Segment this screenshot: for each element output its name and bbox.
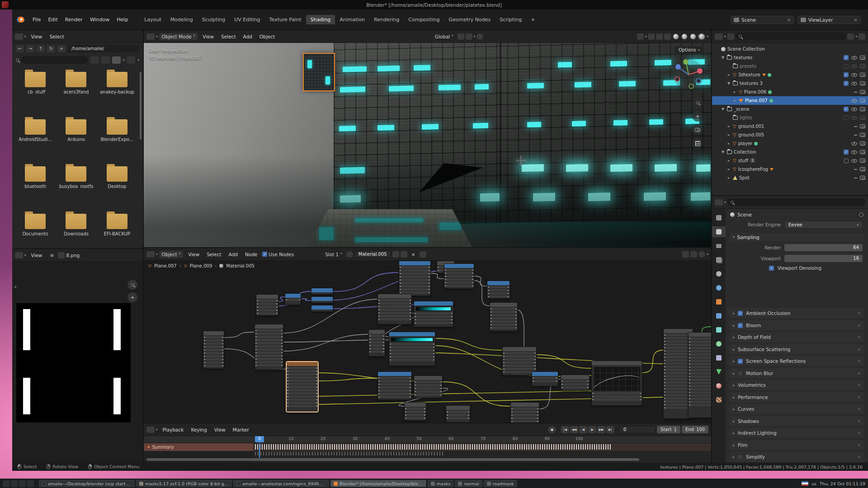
outliner-row[interactable]: ▸▽ground.005 xyxy=(712,131,868,139)
viewport-menu-select[interactable]: Select xyxy=(217,33,239,41)
editor-divider[interactable] xyxy=(711,30,712,463)
section-checkbox[interactable]: ✓ xyxy=(738,359,743,364)
check-toggle-icon[interactable] xyxy=(844,150,849,155)
workspace-tab-geometry-nodes[interactable]: Geometry Nodes xyxy=(444,15,495,24)
cam-toggle-icon[interactable] xyxy=(860,81,865,85)
shader-node[interactable] xyxy=(368,329,385,357)
use-nodes-checkbox[interactable]: ✓ xyxy=(262,252,267,257)
path-field[interactable]: /home/amalie/ xyxy=(68,45,139,52)
filter-button[interactable] xyxy=(127,56,135,64)
cam-toggle-icon[interactable] xyxy=(860,99,865,103)
shader-editor-menu-node[interactable]: Node xyxy=(241,250,261,258)
folder-item[interactable]: EFI-BACKUP xyxy=(97,214,137,249)
fake-user-shield-icon[interactable] xyxy=(392,251,399,258)
section-motion-blur[interactable]: ▸Motion Blur≡ xyxy=(729,368,864,378)
navigation-gizmo[interactable] xyxy=(672,58,705,91)
shader-node[interactable] xyxy=(404,402,426,421)
folder-item[interactable]: anakey-backup xyxy=(97,72,137,107)
playback-jump-to-end-button[interactable]: ▶| xyxy=(606,426,614,433)
shader-node[interactable] xyxy=(487,281,510,299)
up-button[interactable]: ↑ xyxy=(37,45,45,52)
section-subsurface-scattering[interactable]: ▸Subsurface Scattering≡ xyxy=(729,344,864,354)
outliner-row[interactable]: ▸▽3dtexture xyxy=(712,70,868,79)
browse-image-icon[interactable] xyxy=(58,252,65,258)
outliner-row[interactable]: ▼Collection xyxy=(712,148,868,156)
playback-play-button[interactable]: ▶ xyxy=(588,426,596,433)
outliner-row[interactable]: lights xyxy=(712,113,868,122)
properties-tab-physics[interactable] xyxy=(712,338,726,349)
menu-edit[interactable]: Edit xyxy=(44,15,61,24)
folder-item[interactable]: AndroidStudi... xyxy=(15,119,56,154)
eye-toggle-icon[interactable] xyxy=(851,150,857,154)
visibility-icon[interactable] xyxy=(637,33,644,40)
cam-toggle-icon[interactable] xyxy=(860,90,865,94)
file-browser-menu-view[interactable]: View xyxy=(28,33,46,41)
section-checkbox[interactable]: ✓ xyxy=(738,323,743,328)
playback-previous-keyframe-button[interactable]: ◀◀ xyxy=(570,426,578,433)
menu-file[interactable]: File xyxy=(29,15,44,24)
folder-item[interactable]: Arduino xyxy=(56,119,96,154)
disclosure-icon[interactable]: ▼ xyxy=(147,446,150,449)
eye-toggle-icon[interactable] xyxy=(851,99,857,103)
shader-node[interactable] xyxy=(203,331,224,369)
disclosure-icon[interactable]: ▼ xyxy=(721,150,725,154)
eye-toggle-icon[interactable] xyxy=(851,159,857,163)
disclosure-icon[interactable]: ▸ xyxy=(726,167,731,171)
cam-toggle-icon[interactable] xyxy=(860,116,865,120)
shader-node[interactable] xyxy=(311,296,333,303)
cam-toggle-icon[interactable] xyxy=(860,107,865,111)
pin-icon[interactable] xyxy=(859,212,863,217)
disclosure-icon[interactable]: ▼ xyxy=(721,56,725,60)
outliner-row[interactable]: ▸▽player xyxy=(712,139,868,148)
slot-dropdown[interactable]: Slot 1 ▾ xyxy=(322,251,345,258)
dash-toggle-icon[interactable] xyxy=(854,126,857,127)
snap-magnet-icon[interactable] xyxy=(466,33,472,40)
auto-keying-button[interactable]: ● xyxy=(548,426,556,433)
workspace-tab-compositing[interactable]: Compositing xyxy=(404,15,444,24)
gizmos-icon[interactable] xyxy=(648,33,655,40)
properties-tab-modifiers[interactable] xyxy=(712,310,726,321)
pan-gizmo-icon[interactable]: + xyxy=(127,292,137,302)
shader-node[interactable] xyxy=(285,293,301,305)
properties-tab-output[interactable] xyxy=(712,240,726,251)
shading-chevron-icon[interactable]: ▾ xyxy=(707,35,708,38)
overlays-icon[interactable] xyxy=(656,33,663,40)
shader-node[interactable] xyxy=(255,324,283,370)
workspace-tab-scripting[interactable]: Scripting xyxy=(495,15,526,24)
check-toggle-icon[interactable] xyxy=(844,107,849,112)
section-film[interactable]: ▸Film≡ xyxy=(729,440,864,450)
cam-toggle-icon[interactable] xyxy=(860,159,865,163)
workspace-tab-texture-paint[interactable]: Texture Paint xyxy=(265,15,306,24)
cam-toggle-icon[interactable] xyxy=(860,64,865,68)
keyframe-strip[interactable] xyxy=(255,444,612,450)
cam-toggle-icon[interactable] xyxy=(860,133,865,137)
cam-toggle-icon[interactable] xyxy=(860,124,865,128)
breadcrumb-item[interactable]: Plane.009 xyxy=(190,263,212,268)
section-shadows[interactable]: ▸Shadows≡ xyxy=(729,416,864,426)
properties-tab-tool[interactable] xyxy=(712,212,726,223)
properties-tab-object-data[interactable] xyxy=(712,366,726,377)
sidebar-toggle-icon[interactable]: ≡ xyxy=(47,252,57,259)
shader-node[interactable] xyxy=(414,375,443,398)
timeline-menu-view[interactable]: View xyxy=(211,426,229,434)
shader-node[interactable] xyxy=(502,347,537,375)
cam-toggle-icon[interactable] xyxy=(860,167,865,171)
eye-toggle-icon[interactable] xyxy=(851,56,857,60)
eye-toggle-icon[interactable] xyxy=(851,142,857,145)
shading-solid-button[interactable] xyxy=(681,33,688,40)
toggle-perspective-icon[interactable] xyxy=(692,138,703,149)
editor-divider[interactable] xyxy=(143,30,144,463)
section-depth-of-field[interactable]: ▸Depth of Field≡ xyxy=(729,332,864,342)
workspace-tab-shading[interactable]: Shading xyxy=(306,15,335,24)
shader-node[interactable] xyxy=(444,263,474,289)
shader-editor-menu-add[interactable]: Add xyxy=(225,250,241,258)
properties-search-input[interactable] xyxy=(727,198,865,206)
outliner-row[interactable]: presets xyxy=(712,62,868,70)
show-desktop-icon[interactable] xyxy=(11,480,18,487)
view-layer-unlink-icon[interactable]: × xyxy=(854,17,858,23)
outliner-row[interactable]: ▸▽ground.001 xyxy=(712,122,868,131)
viewport-canvas[interactable]: User Perspective (0) textures | Plane.00… xyxy=(144,43,711,247)
new-folder-button[interactable]: + xyxy=(57,45,66,52)
section-indirect-lighting[interactable]: ▸Indirect Lighting≡ xyxy=(729,428,864,438)
snapping-icon[interactable] xyxy=(682,251,689,258)
